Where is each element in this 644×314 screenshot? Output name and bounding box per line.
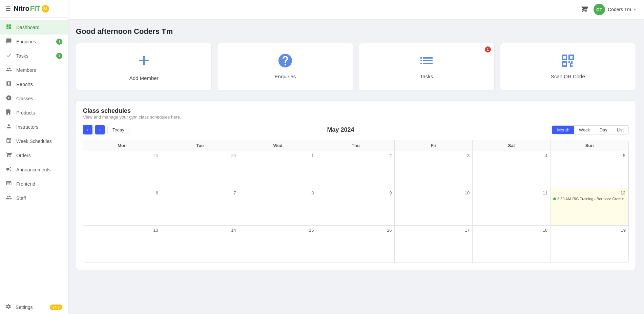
- table-row[interactable]: 11: [473, 188, 550, 226]
- table-row[interactable]: 18: [473, 226, 550, 263]
- add-member-icon: [136, 53, 152, 72]
- sidebar-item-dashboard[interactable]: Dashboard: [0, 20, 68, 35]
- table-row[interactable]: 9: [317, 188, 395, 226]
- sidebar-item-classes[interactable]: Classes: [0, 91, 68, 106]
- sidebar-logo: ☰ Nitro FIT 28: [0, 0, 68, 18]
- table-row[interactable]: 19: [550, 226, 628, 263]
- list-item[interactable]: 8:30 AM RIG Training - Berniece Cremin: [553, 197, 625, 201]
- scan-qr-icon: [560, 53, 576, 70]
- logo-fit: FIT: [30, 5, 40, 13]
- cal-header-fri: Fri: [395, 140, 473, 151]
- instructors-icon: [5, 123, 12, 131]
- table-row[interactable]: 6: [83, 188, 161, 226]
- sidebar-item-label: Members: [16, 67, 36, 73]
- main-area: CT Coders Tm ▾ Good afternoon Coders Tm …: [68, 0, 644, 314]
- table-row[interactable]: 2: [317, 151, 395, 188]
- calendar-today-button[interactable]: Today: [107, 126, 129, 134]
- action-card-tasks[interactable]: 1 Tasks: [359, 43, 495, 91]
- sidebar-item-label: Enquiries: [16, 39, 36, 44]
- table-row[interactable]: 13: [83, 226, 161, 263]
- settings-icon: [5, 303, 12, 311]
- cal-header-mon: Mon: [83, 140, 161, 151]
- announcements-icon: [5, 166, 12, 173]
- quick-actions: Add Member Enquiries 1 Tasks: [76, 43, 636, 91]
- calendar-header-row: Mon Tue Wed Thu Fri Sat Sun: [83, 140, 628, 151]
- calendar-grid: Mon Tue Wed Thu Fri Sat Sun 29 30 1 2 3 …: [83, 140, 629, 263]
- chevron-down-icon: ▾: [634, 7, 636, 12]
- enquiries-card-label: Enquiries: [275, 74, 296, 79]
- hamburger-icon[interactable]: ☰: [5, 5, 11, 13]
- sidebar-item-tasks[interactable]: Tasks 1: [0, 49, 68, 63]
- logo: Nitro FIT 28: [14, 5, 49, 13]
- calendar-body: 29 30 1 2 3 4 5 6 7 8 9 10 11 12: [83, 151, 628, 263]
- sidebar-item-orders[interactable]: Orders: [0, 148, 68, 163]
- sidebar-item-label: Classes: [16, 96, 33, 101]
- avatar: CT: [594, 4, 605, 15]
- sidebar-item-products[interactable]: Products: [0, 106, 68, 120]
- sidebar-item-announcements[interactable]: Announcements: [0, 163, 68, 177]
- enquiries-badge: 1: [56, 39, 62, 45]
- table-row[interactable]: 17: [395, 226, 473, 263]
- sidebar-item-label: Staff: [16, 195, 26, 201]
- sidebar-item-enquiries[interactable]: Enquiries 1: [0, 35, 68, 49]
- reports-icon: [5, 81, 12, 88]
- settings-item[interactable]: Settings v4.3: [0, 300, 68, 314]
- table-row[interactable]: 5: [550, 151, 628, 188]
- add-member-label: Add Member: [129, 75, 159, 81]
- calendar-toolbar: ‹ › Today May 2024 Month Week Day List: [83, 125, 629, 134]
- calendar-next-button[interactable]: ›: [95, 125, 105, 134]
- tasks-card-label: Tasks: [420, 74, 433, 79]
- sidebar-item-reports[interactable]: Reports: [0, 77, 68, 91]
- version-badge: v4.3: [50, 305, 62, 310]
- sidebar-item-label: Reports: [16, 82, 33, 87]
- user-menu[interactable]: CT Coders Tm ▾: [594, 4, 636, 15]
- logo-nitro: Nitro: [14, 5, 29, 13]
- sidebar: ☰ Nitro FIT 28 Dashboard Enquiries 1: [0, 0, 68, 314]
- table-row[interactable]: 7: [161, 188, 239, 226]
- staff-icon: [5, 194, 12, 202]
- calendar-month: May 2024: [327, 126, 354, 133]
- user-name: Coders Tm: [608, 7, 631, 12]
- action-card-add-member[interactable]: Add Member: [76, 43, 212, 91]
- table-row[interactable]: 12 8:30 AM RIG Training - Berniece Cremi…: [550, 188, 628, 226]
- calendar-prev-button[interactable]: ‹: [83, 125, 92, 134]
- tasks-card-badge: 1: [485, 46, 491, 53]
- sidebar-item-instructors[interactable]: Instructors: [0, 120, 68, 134]
- topbar: CT Coders Tm ▾: [68, 0, 644, 19]
- sidebar-item-frontend[interactable]: Frontend: [0, 177, 68, 191]
- table-row[interactable]: 29: [83, 151, 161, 188]
- table-row[interactable]: 30: [161, 151, 239, 188]
- sidebar-item-members[interactable]: Members: [0, 63, 68, 77]
- sidebar-item-label: Week Schedules: [16, 139, 52, 144]
- sidebar-item-staff[interactable]: Staff: [0, 191, 68, 205]
- table-row[interactable]: 8: [239, 188, 317, 226]
- table-row[interactable]: 10: [395, 188, 473, 226]
- calendar-week-view-button[interactable]: Week: [574, 126, 595, 134]
- sidebar-item-label: Dashboard: [16, 25, 40, 30]
- cal-header-sat: Sat: [473, 140, 550, 151]
- calendar-day-view-button[interactable]: Day: [595, 126, 612, 134]
- table-row[interactable]: 16: [317, 226, 395, 263]
- cart-icon[interactable]: [581, 5, 588, 14]
- sidebar-item-label: Instructors: [16, 124, 38, 130]
- table-row[interactable]: 15: [239, 226, 317, 263]
- table-row[interactable]: 14: [161, 226, 239, 263]
- cal-header-sun: Sun: [550, 140, 628, 151]
- table-row[interactable]: 1: [239, 151, 317, 188]
- action-card-scan-qr[interactable]: Scan QR Code: [500, 43, 636, 91]
- calendar-nav: ‹ › Today: [83, 125, 129, 134]
- table-row[interactable]: 4: [473, 151, 550, 188]
- tasks-badge: 1: [56, 53, 62, 59]
- enquiries-icon: [5, 38, 12, 45]
- orders-icon: [5, 152, 12, 159]
- table-row[interactable]: 3: [395, 151, 473, 188]
- calendar-month-view-button[interactable]: Month: [552, 126, 574, 134]
- sidebar-item-week-schedules[interactable]: Week Schedules: [0, 134, 68, 148]
- calendar-list-view-button[interactable]: List: [612, 126, 628, 134]
- sidebar-item-label: Announcements: [16, 167, 50, 172]
- cal-header-wed: Wed: [239, 140, 317, 151]
- action-card-enquiries[interactable]: Enquiries: [217, 43, 353, 91]
- cal-header-thu: Thu: [317, 140, 395, 151]
- schedule-header: Class schedules View and manage your gym…: [83, 107, 629, 120]
- tasks-card-icon: [418, 53, 435, 70]
